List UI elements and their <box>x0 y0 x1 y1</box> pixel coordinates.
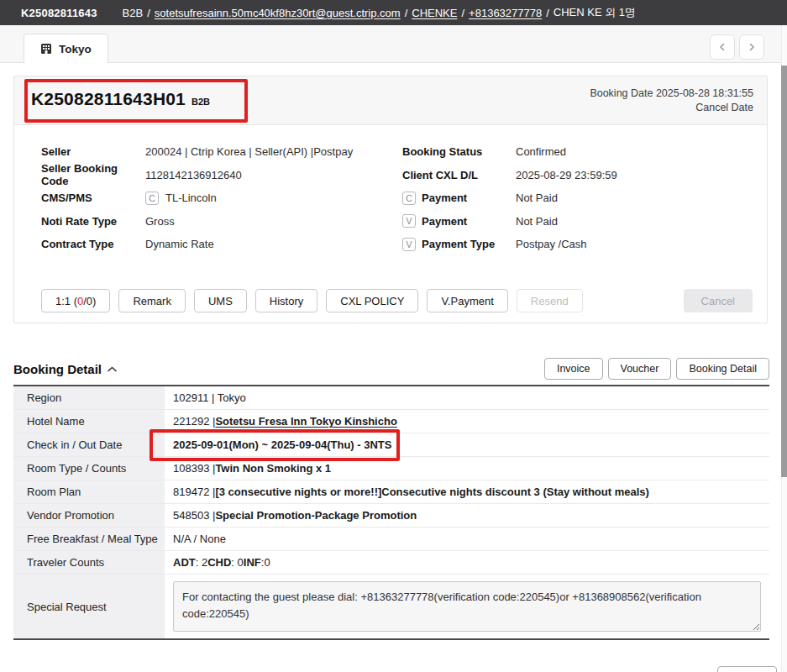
main-content: K25082811643H01 B2B Booking Date 2025-08… <box>0 63 787 672</box>
chevron-up-icon <box>108 366 117 372</box>
row-value: 108393 | Twin Non Smoking x 1 <box>165 457 769 480</box>
next-page-button[interactable] <box>739 34 764 60</box>
table-row-region: Region 102911 | Tokyo <box>13 386 769 410</box>
booking-date-value: 2025-08-28 18:31:55 <box>656 87 753 99</box>
hotel-name-link[interactable]: Sotetsu Fresa Inn Tokyo Kinshicho <box>215 415 396 428</box>
cancel-button[interactable]: Cancel <box>684 289 753 312</box>
chevron-right-icon <box>746 41 758 53</box>
row-label: Check in / Out Date <box>13 433 165 456</box>
topbar: K25082811643 B2B / sotetsufresainn.50mc4… <box>0 0 787 25</box>
field-row-c-payment: C Payment Not Paid <box>402 186 755 210</box>
row-label: Traveler Counts <box>13 551 165 574</box>
field-value: Confirmed <box>516 145 566 158</box>
phone-link[interactable]: +81363277778 <box>469 7 542 19</box>
field-label: Noti Rate Type <box>41 215 145 228</box>
row-label: Room Plan <box>13 480 165 503</box>
field-label: V Payment <box>402 214 516 228</box>
field-label: V Payment Type <box>402 238 516 251</box>
remark-button[interactable]: Remark <box>118 289 186 312</box>
booking-dates: Booking Date 2025-08-28 18:31:55 Cancel … <box>590 87 753 115</box>
chevron-left-icon <box>716 41 728 53</box>
field-row-seller-booking-code: Seller Booking Code 1128142136912640 <box>41 164 390 187</box>
cxl-policy-button[interactable]: CXL POLICY <box>326 289 418 312</box>
booking-detail-button[interactable]: Booking Detail <box>676 358 769 380</box>
row-value: For contacting the guest please dial: +8… <box>165 575 769 638</box>
field-value: Postpay /Cash <box>516 238 587 250</box>
guest-email-link[interactable]: sotetsufresainn.50mc40kf8hz30rt@guest.ct… <box>155 7 401 19</box>
resend-button[interactable]: Resend <box>517 289 583 312</box>
cancel-date-label: Cancel Date <box>695 102 753 113</box>
b2b-badge: B2B <box>192 97 210 107</box>
topbar-booking-id: K25082811643 <box>21 7 97 19</box>
separator: / <box>461 7 464 19</box>
field-label: Client CXL D/L <box>402 169 516 181</box>
field-label: CMS/PMS <box>41 192 145 204</box>
check-in-out-value: 2025-09-01(Mon) ~ 2025-09-04(Thu) - 3NTS <box>173 438 391 451</box>
tab-tokyo[interactable]: Tokyo <box>24 34 108 63</box>
field-value: 200024 | Ctrip Korea | Seller(API) |Post… <box>145 145 353 158</box>
field-row-cms-pms: CMS/PMS C TL-Lincoln <box>41 186 390 210</box>
order-action-bar: 1:1 (0/0) Remark UMS History CXL POLICY … <box>41 289 753 312</box>
invoice-button[interactable]: Invoice <box>544 358 603 380</box>
row-label: Free Breakfast / Meal Type <box>13 528 165 550</box>
row-label: Room Type / Counts <box>13 457 165 480</box>
separator: / <box>546 7 549 19</box>
history-button[interactable]: History <box>255 289 317 312</box>
scrollbar-track[interactable] <box>781 25 787 672</box>
field-value: Not Paid <box>516 215 558 228</box>
table-row-hotel-name: Hotel Name 221292 | Sotetsu Fresa Inn To… <box>13 410 769 433</box>
row-label: Region <box>13 386 165 409</box>
special-request-textarea[interactable]: For contacting the guest please dial: +8… <box>173 581 761 632</box>
table-row-room-plan: Room Plan 819472 | [3 consecutive nights… <box>13 480 769 504</box>
scrollbar-thumb[interactable] <box>781 66 787 477</box>
prev-page-button[interactable] <box>710 34 735 60</box>
v-tag: V <box>402 214 416 228</box>
field-row-noti-rate-type: Noti Rate Type Gross <box>41 210 390 234</box>
order-card-header: K25082811643H01 B2B Booking Date 2025-08… <box>14 76 767 125</box>
field-value: Not Paid <box>516 192 558 204</box>
cms-value: TL-Lincoln <box>165 192 217 204</box>
v-tag: V <box>402 238 416 251</box>
field-label: Booking Status <box>402 145 516 158</box>
field-row-v-payment-type: V Payment Type Postpay /Cash <box>402 233 755 256</box>
field-row-contract-type: Contract Type Dynamic Rate <box>41 233 390 256</box>
booking-detail-title[interactable]: Booking Detail <box>13 362 117 376</box>
field-row-seller: Seller 200024 | Ctrip Korea | Seller(API… <box>41 140 390 164</box>
c-tag: C <box>402 192 416 205</box>
partial-bottom-button[interactable] <box>717 666 777 672</box>
tab-bar: Tokyo <box>0 25 787 63</box>
booking-detail-actions: Invoice Voucher Booking Detail <box>544 358 769 380</box>
row-value: N/A / None <box>165 528 769 550</box>
table-row-vendor-promotion: Vendor Promotion 548503 | Special Promot… <box>13 504 769 528</box>
row-value: 819472 | [3 consecutive nights or more!!… <box>165 480 769 503</box>
row-value: ADT : 2 CHD : 0 INF :0 <box>165 551 769 574</box>
field-value: C TL-Lincoln <box>145 192 217 205</box>
contact-name-link[interactable]: CHENKE <box>412 7 457 19</box>
booking-detail-header: Booking Detail Invoice Voucher Booking D… <box>13 357 769 381</box>
row-label: Vendor Promotion <box>13 504 165 527</box>
v-payment-button[interactable]: V.Payment <box>427 289 507 312</box>
row-label: Hotel Name <box>13 410 165 433</box>
field-value: Dynamic Rate <box>145 238 214 250</box>
row-value: 2025-09-01(Mon) ~ 2025-09-04(Thu) - 3NTS <box>165 433 769 456</box>
field-value: Gross <box>145 215 175 228</box>
topbar-breadcrumb: B2B / sotetsufresainn.50mc40kf8hz30rt@gu… <box>123 5 636 20</box>
guest-name-label: CHEN KE 외 1명 <box>554 5 636 20</box>
row-value: 548503 | Special Promotion-Package Promo… <box>165 504 769 527</box>
field-row-v-payment: V Payment Not Paid <box>402 210 755 234</box>
field-row-booking-status: Booking Status Confirmed <box>402 140 755 164</box>
ums-button[interactable]: UMS <box>194 289 247 312</box>
voucher-button[interactable]: Voucher <box>608 358 672 380</box>
booking-date-label: Booking Date <box>590 87 653 99</box>
field-label: Seller <box>41 145 145 158</box>
table-row-free-breakfast: Free Breakfast / Meal Type N/A / None <box>13 528 769 551</box>
field-value: 1128142136912640 <box>145 169 242 181</box>
field-label: Seller Booking Code <box>41 162 145 187</box>
table-row-room-type: Room Type / Counts 108393 | Twin Non Smo… <box>13 457 769 480</box>
qa-1to1-button[interactable]: 1:1 (0/0) <box>41 289 110 312</box>
channel-label: B2B <box>123 7 144 19</box>
order-card: K25082811643H01 B2B Booking Date 2025-08… <box>13 76 768 323</box>
table-row-check-in-out: Check in / Out Date 2025-09-01(Mon) ~ 20… <box>13 433 769 457</box>
row-value: 221292 | Sotetsu Fresa Inn Tokyo Kinshic… <box>165 410 769 433</box>
field-row-client-cxl-dl: Client CXL D/L 2025-08-29 23:59:59 <box>402 164 755 187</box>
